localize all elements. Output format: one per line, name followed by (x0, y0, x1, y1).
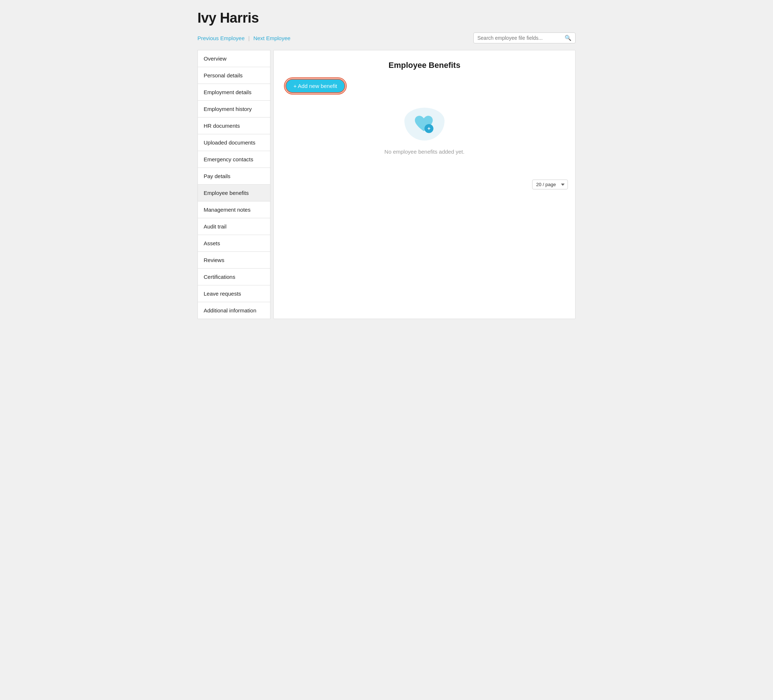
sidebar-item-management-notes[interactable]: Management notes (197, 202, 270, 218)
nav-divider: | (248, 35, 250, 41)
sidebar-item-uploaded-documents[interactable]: Uploaded documents (197, 134, 270, 151)
prev-employee-link[interactable]: Previous Employee (197, 35, 245, 41)
sidebar-item-employment-history[interactable]: Employment history (197, 101, 270, 118)
next-employee-link[interactable]: Next Employee (253, 35, 291, 41)
sidebar-item-personal-details[interactable]: Personal details (197, 67, 270, 84)
main-layout: OverviewPersonal detailsEmployment detai… (197, 50, 576, 319)
page-size-select[interactable]: 20 / page 10 / page 50 / page 100 / page (532, 179, 568, 189)
benefit-icon: + (412, 113, 437, 135)
nav-bar: Previous Employee | Next Employee 🔍 (197, 33, 576, 43)
content-title: Employee Benefits (285, 61, 564, 70)
sidebar-item-assets[interactable]: Assets (197, 235, 270, 252)
sidebar-item-employment-details[interactable]: Employment details (197, 84, 270, 101)
search-input[interactable] (477, 35, 564, 41)
sidebar-item-emergency-contacts[interactable]: Emergency contacts (197, 151, 270, 168)
sidebar: OverviewPersonal detailsEmployment detai… (197, 50, 270, 319)
sidebar-item-employee-benefits[interactable]: Employee benefits (197, 185, 270, 202)
svg-text:+: + (428, 125, 430, 131)
sidebar-item-additional-information[interactable]: Additional information (197, 302, 270, 319)
sidebar-item-overview[interactable]: Overview (197, 50, 270, 67)
sidebar-item-audit-trail[interactable]: Audit trail (197, 218, 270, 235)
empty-state-message: No employee benefits added yet. (384, 148, 464, 155)
search-icon[interactable]: 🔍 (564, 35, 572, 41)
empty-state: + No employee benefits added yet. (285, 93, 564, 162)
sidebar-item-leave-requests[interactable]: Leave requests (197, 285, 270, 302)
content-area: Employee Benefits + Add new benefit + No… (273, 50, 576, 319)
search-bar: 🔍 (474, 33, 576, 43)
sidebar-item-reviews[interactable]: Reviews (197, 252, 270, 269)
employee-nav: Previous Employee | Next Employee (197, 35, 291, 41)
pagination-row: 20 / page 10 / page 50 / page 100 / page (274, 174, 575, 194)
empty-icon-wrapper: + (405, 108, 444, 141)
add-benefit-button[interactable]: + Add new benefit (285, 79, 345, 93)
sidebar-item-certifications[interactable]: Certifications (197, 269, 270, 285)
employee-name: Ivy Harris (197, 10, 576, 26)
sidebar-item-pay-details[interactable]: Pay details (197, 168, 270, 185)
sidebar-item-hr-documents[interactable]: HR documents (197, 118, 270, 134)
